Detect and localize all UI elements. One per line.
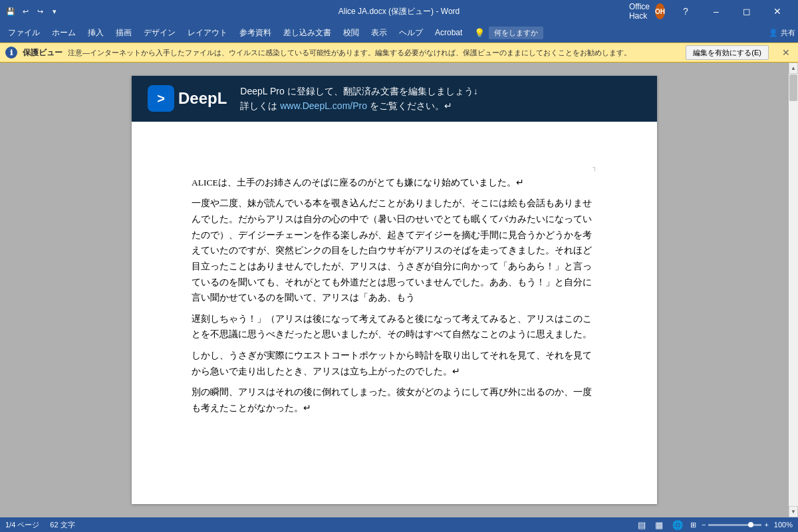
menu-design[interactable]: デザイン [138, 24, 181, 41]
deepl-logo-container: > DeepL [148, 85, 227, 112]
title-bar-center: Alice JA.docx (保護ビュー) - Word [138, 6, 660, 17]
menu-mailings[interactable]: 差し込み文書 [278, 24, 336, 41]
menu-help[interactable]: ヘルプ [394, 24, 428, 41]
save-icon[interactable]: 💾 [5, 6, 16, 17]
title-bar-left: 💾 ↩ ↪ ▾ [5, 6, 138, 17]
quick-access: 💾 ↩ ↪ ▾ [5, 6, 60, 17]
zoom-slider-thumb[interactable] [748, 522, 753, 527]
share-button[interactable]: 👤 共有 [769, 28, 795, 38]
status-bar-left: 1/4 ページ 62 文字 [5, 520, 75, 530]
title-bar: 💾 ↩ ↪ ▾ Alice JA.docx (保護ビュー) - Word Off… [0, 0, 798, 23]
paragraph-3: 遅刻しちゃう！」（アリスは後になって考えてみると後になって考えてみると、アリスは… [192, 311, 597, 342]
user-avatar[interactable]: OH [655, 3, 665, 19]
scroll-track[interactable] [789, 74, 798, 506]
zoom-control[interactable]: − + 100% [702, 521, 793, 529]
zoom-slider[interactable] [708, 524, 761, 526]
window-controls: ? – ◻ ✕ [670, 0, 793, 23]
scroll-down-arrow[interactable]: ▼ [789, 506, 798, 517]
deepl-promo-text: DeepL Pro に登録して、翻訳済み文書を編集しましょう↓ 詳しくは www… [240, 84, 477, 114]
share-label: 共有 [781, 28, 795, 38]
protected-label: 保護ビュー [23, 47, 63, 59]
protected-view-bar: ℹ 保護ビュー 注意—インターネットから入手したファイルは、ウイルスに感染してい… [0, 43, 798, 63]
menu-home[interactable]: ホーム [47, 24, 81, 41]
zoom-level: 100% [774, 521, 793, 529]
deepl-url[interactable]: www.DeepL.com/Pro [280, 100, 367, 111]
deepl-logo-text: DeepL [178, 89, 227, 108]
protected-message: 注意—インターネットから入手したファイルは、ウイルスに感染している可能性がありま… [68, 48, 680, 58]
ideas-icon[interactable]: 💡 [474, 28, 485, 38]
focus-view-btn[interactable]: ⊞ [690, 521, 696, 529]
enable-edit-button[interactable]: 編集を有効にする(E) [686, 45, 769, 60]
menu-insert[interactable]: 挿入 [82, 24, 109, 41]
zoom-in-btn[interactable]: + [764, 521, 768, 529]
paragraph-2: 一度や二度、妹が読んでいる本を覗き込んだことがありましたが、そこには絵も会話もあ… [192, 196, 597, 305]
print-layout-view-btn[interactable]: ▤ [636, 520, 648, 530]
menu-acrobat[interactable]: Acrobat [430, 24, 467, 41]
person-icon: 👤 [769, 29, 778, 37]
status-bar: 1/4 ページ 62 文字 ▤ ▦ 🌐 ⊞ − + 100% [0, 517, 798, 532]
web-layout-btn[interactable]: 🌐 [670, 520, 685, 530]
deepl-promo-line2: 詳しくは www.DeepL.com/Pro をご覧ください。↵ [240, 98, 477, 113]
menu-file[interactable]: ファイル [3, 24, 45, 41]
menu-bar: ファイル ホーム 挿入 描画 デザイン レイアウト 参考資料 差し込み文書 校閲… [0, 23, 798, 43]
zoom-out-btn[interactable]: − [702, 521, 706, 529]
top-margin-mark: ┐ [192, 162, 597, 175]
restore-btn[interactable]: ◻ [732, 0, 762, 23]
doc-content: ┐ ALICEは、土手のお姉さんのそばに座るのがとても嫌になり始めていました。↵… [132, 122, 657, 462]
info-icon: ℹ [5, 47, 17, 59]
word-document: > DeepL DeepL Pro に登録して、翻訳済み文書を編集しましょう↓ … [132, 76, 657, 504]
document-area[interactable]: > DeepL DeepL Pro に登録して、翻訳済み文書を編集しましょう↓ … [0, 63, 789, 517]
protected-close-button[interactable]: ✕ [779, 47, 793, 58]
office-hack-label: Office Hack [629, 2, 650, 21]
status-bar-right: ▤ ▦ 🌐 ⊞ − + 100% [636, 520, 793, 530]
deepl-logo-shape: > [148, 85, 174, 112]
deepl-logo: > DeepL [148, 85, 227, 112]
close-btn[interactable]: ✕ [762, 0, 793, 23]
menu-draw[interactable]: 描画 [110, 24, 137, 41]
redo-icon[interactable]: ↪ [35, 6, 45, 17]
undo-icon[interactable]: ↩ [20, 6, 31, 17]
title-bar-right: Office Hack OH ? – ◻ ✕ [660, 0, 793, 23]
page-count: 1/4 ページ [5, 520, 39, 530]
deepl-banner: > DeepL DeepL Pro に登録して、翻訳済み文書を編集しましょう↓ … [132, 76, 657, 122]
help-window-btn[interactable]: ? [670, 0, 701, 23]
vertical-scrollbar[interactable]: ▲ ▼ [789, 63, 798, 517]
customize-icon[interactable]: ▾ [49, 6, 60, 17]
minimize-btn[interactable]: – [701, 0, 732, 23]
main-area: > DeepL DeepL Pro に登録して、翻訳済み文書を編集しましょう↓ … [0, 63, 798, 517]
paragraph-5: 別の瞬間、アリスはそれの後に倒れてしまった。彼女がどのようにして再び外に出るのか… [192, 384, 597, 416]
read-mode-btn[interactable]: ▦ [653, 520, 665, 530]
menu-review[interactable]: 校閲 [338, 24, 364, 41]
menu-references[interactable]: 参考資料 [234, 24, 277, 41]
menu-layout[interactable]: レイアウト [182, 24, 233, 41]
word-count: 62 文字 [50, 520, 74, 530]
document-title: Alice JA.docx (保護ビュー) - Word [338, 7, 460, 16]
search-box[interactable]: 何をしますか [489, 27, 543, 39]
scroll-thumb[interactable] [789, 74, 797, 101]
scroll-up-arrow[interactable]: ▲ [789, 63, 798, 74]
page-corner-mark: ┐ [593, 162, 597, 174]
paragraph-1: ALICEは、土手のお姉さんのそばに座るのがとても嫌になり始めていました。↵ [192, 175, 597, 191]
deepl-promo-line1: DeepL Pro に登録して、翻訳済み文書を編集しましょう↓ [240, 84, 477, 98]
paragraph-4: しかし、うさぎが実際にウエストコートポケットから時計を取り出してそれを見て、それ… [192, 348, 597, 379]
menu-view[interactable]: 表示 [366, 24, 392, 41]
